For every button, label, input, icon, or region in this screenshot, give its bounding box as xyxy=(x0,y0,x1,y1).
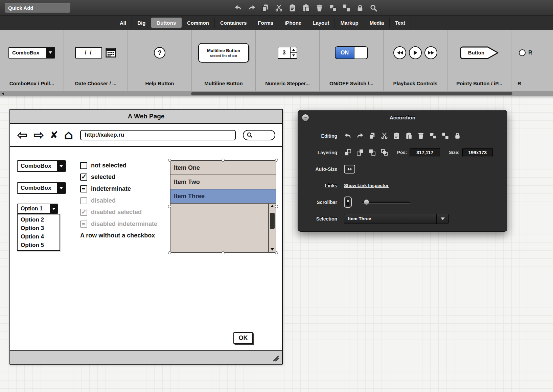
scrollbar-position-slider[interactable] xyxy=(362,199,410,205)
resize-handle-top-left[interactable] xyxy=(168,159,171,162)
resize-handle-bottom-right[interactable] xyxy=(275,251,278,254)
copy-icon[interactable] xyxy=(368,132,376,140)
auto-size-button[interactable]: ↔ xyxy=(344,165,355,174)
redo-icon[interactable] xyxy=(248,4,256,12)
paste-style-icon[interactable] xyxy=(302,4,310,12)
mockup-option-combobox[interactable]: Option 1 xyxy=(17,204,58,214)
tab-media[interactable]: Media xyxy=(364,18,390,28)
copy-icon[interactable] xyxy=(261,4,270,12)
ungroup-icon[interactable] xyxy=(441,132,449,140)
list-item[interactable]: Option 4 xyxy=(18,232,60,241)
resize-handle-bottom[interactable] xyxy=(222,251,225,254)
checkbox-checked[interactable] xyxy=(80,174,87,181)
resize-handle-top-right[interactable] xyxy=(275,159,278,162)
palette-item-multiline-button[interactable]: Multiline Button Second line of text Mul… xyxy=(192,30,256,91)
redo-icon[interactable] xyxy=(356,132,364,140)
listbox-item-selected[interactable]: Item Three xyxy=(170,189,276,204)
cut-icon[interactable] xyxy=(275,4,283,12)
checkbox-unchecked[interactable] xyxy=(80,162,87,169)
checkbox-indeterminate[interactable] xyxy=(80,185,87,192)
palette-item-playback-controls[interactable]: Playback Controls xyxy=(384,30,447,91)
paste-style-icon[interactable] xyxy=(405,132,413,140)
back-arrow-icon[interactable]: ⇦ xyxy=(17,129,28,141)
list-item[interactable]: Option 5 xyxy=(18,241,60,249)
dropdown-arrow-icon[interactable] xyxy=(57,161,65,171)
ok-button[interactable]: OK xyxy=(233,332,253,344)
palette-scrollbar[interactable] xyxy=(0,91,553,96)
trash-icon[interactable] xyxy=(315,4,324,12)
scroll-up-arrow-icon[interactable] xyxy=(269,204,276,209)
list-item[interactable]: Option 2 xyxy=(18,215,60,224)
send-backward-icon[interactable] xyxy=(381,148,388,156)
listbox-item[interactable]: Item One xyxy=(170,161,276,175)
lock-icon[interactable] xyxy=(356,4,364,12)
home-icon[interactable]: ⌂ xyxy=(64,129,73,141)
show-link-inspector-link[interactable]: Show Link Inspector xyxy=(344,183,389,188)
resize-handle-left[interactable] xyxy=(168,205,171,208)
slider-knob[interactable] xyxy=(364,199,369,205)
lock-icon[interactable] xyxy=(454,132,461,140)
design-canvas[interactable]: A Web Page ⇦ ⇨ ✘ ⌂ http://xakep.ru Combo… xyxy=(0,96,553,392)
tab-iphone[interactable]: iPhone xyxy=(279,18,307,28)
paste-icon[interactable] xyxy=(288,4,297,12)
collapse-panel-button[interactable] xyxy=(302,114,309,121)
palette-item-numeric-stepper[interactable]: 3 Numeric Stepper... xyxy=(256,30,320,91)
bring-front-icon[interactable] xyxy=(344,148,352,156)
scrollbar-track[interactable] xyxy=(269,209,276,247)
resize-grip-icon[interactable] xyxy=(272,355,279,362)
tab-forms[interactable]: Forms xyxy=(252,18,279,28)
listbox[interactable]: Item One Item Two Item Three xyxy=(170,160,276,253)
resize-handle-right[interactable] xyxy=(275,205,278,208)
dropdown-arrow-button[interactable] xyxy=(436,214,448,224)
undo-icon[interactable] xyxy=(234,4,243,12)
search-icon[interactable] xyxy=(369,4,378,12)
mockup-browser-window[interactable]: A Web Page ⇦ ⇨ ✘ ⌂ http://xakep.ru Combo… xyxy=(9,109,283,365)
url-field[interactable]: http://xakep.ru xyxy=(80,130,236,140)
pos-field[interactable]: 317,117 xyxy=(410,148,440,157)
group-icon[interactable] xyxy=(429,132,437,140)
palette-item-help-button[interactable]: ? Help Button xyxy=(128,30,192,91)
selected-list-widget[interactable]: Item One Item Two Item Three xyxy=(170,160,276,253)
dropdown-arrow-icon[interactable] xyxy=(57,183,65,193)
tab-common[interactable]: Common xyxy=(182,18,215,28)
mockup-combobox-1[interactable]: ComboBox xyxy=(17,160,66,172)
trash-icon[interactable] xyxy=(417,132,425,140)
forward-arrow-icon[interactable]: ⇨ xyxy=(33,129,44,141)
selection-dropdown[interactable]: Item Three xyxy=(344,214,449,224)
palette-item-onoff-switch[interactable]: ON ON/OFF Switch /... xyxy=(320,30,384,91)
list-item[interactable]: Option 3 xyxy=(18,224,60,232)
tab-containers[interactable]: Containers xyxy=(215,18,252,28)
resize-handle-top[interactable] xyxy=(222,159,225,162)
group-icon[interactable] xyxy=(329,4,337,12)
bring-forward-icon[interactable] xyxy=(368,148,376,156)
palette-item-radio-partial[interactable]: R R xyxy=(511,30,553,91)
tab-text[interactable]: Text xyxy=(390,18,411,28)
tab-markup[interactable]: Markup xyxy=(335,18,364,28)
dropdown-arrow-icon[interactable] xyxy=(50,204,57,213)
send-back-icon[interactable] xyxy=(356,148,364,156)
search-box[interactable] xyxy=(243,130,275,140)
mockup-combobox-2[interactable]: ComboBox xyxy=(17,182,66,194)
tab-all[interactable]: All xyxy=(114,18,132,28)
quick-add-input[interactable] xyxy=(5,3,70,13)
size-field[interactable]: 199x173 xyxy=(462,148,493,157)
tab-layout[interactable]: Layout xyxy=(307,18,335,28)
palette-item-combobox[interactable]: ComboBox ComboBox / Pull... xyxy=(0,30,64,91)
scroll-left-arrow-icon[interactable] xyxy=(2,92,4,95)
listbox-scrollbar[interactable] xyxy=(268,204,276,252)
tab-buttons[interactable]: Buttons xyxy=(151,18,182,28)
palette-item-date-chooser[interactable]: / / Date Chooser / ... xyxy=(64,30,128,91)
palette-scrollbar-thumb[interactable] xyxy=(191,92,512,95)
paste-icon[interactable] xyxy=(393,132,400,140)
tab-big[interactable]: Big xyxy=(132,18,151,28)
scrollbar-toggle-button[interactable] xyxy=(344,197,352,208)
scroll-down-arrow-icon[interactable] xyxy=(269,247,276,252)
scrollbar-thumb[interactable] xyxy=(270,213,275,229)
ungroup-icon[interactable] xyxy=(342,4,351,12)
undo-icon[interactable] xyxy=(344,132,352,140)
cut-icon[interactable] xyxy=(381,132,388,140)
listbox-item[interactable]: Item Two xyxy=(170,175,276,189)
resize-handle-bottom-left[interactable] xyxy=(168,251,171,254)
close-icon[interactable]: ✘ xyxy=(50,130,58,140)
palette-item-pointy-button[interactable]: Button Pointy Button / iP... xyxy=(447,30,511,91)
